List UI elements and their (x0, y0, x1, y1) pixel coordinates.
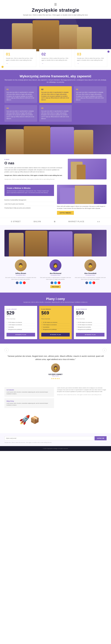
page-title: Zwycięskie strategie (0, 8, 111, 13)
team-fig-3 (50, 127, 74, 154)
webinar-box-text: Aenean accumsan in pellentesque massa pl… (7, 190, 52, 194)
plan-price-featured: $69 (41, 310, 70, 315)
bottom-left: Cel Szkoleń Lorem ipsum dolor sit amet, … (4, 387, 54, 430)
ts-fig-3 (49, 231, 72, 256)
bottom-box-2-text: Lorem ipsum dolor sit amet, consectetur … (6, 402, 52, 406)
testimonial-prev[interactable]: ‹ (4, 348, 8, 352)
member-text-2: Duis aute irure dolor in reprehenderit i… (39, 277, 72, 280)
purple-card-4[interactable]: 04 Duis aute irure dolor in reprehenderi… (4, 105, 37, 122)
card-2-arrow[interactable]: → (42, 62, 44, 65)
purple-card-2[interactable]: 02 Duis aute irure dolor in reprehenderi… (39, 86, 72, 103)
ts-fig-4 (74, 234, 92, 256)
footer: © 2024 Zwycięskie strategie. All rights … (0, 446, 111, 451)
bottom-right-text: Lorem sit amet, quis nostrud exercitatio… (57, 387, 106, 393)
member-role-1: Koordynator Biura (4, 274, 37, 276)
webinar-link-1[interactable]: Business Sustainability Management (4, 198, 54, 202)
about-bold[interactable]: Sample text. Click to select the text bo… (4, 174, 65, 176)
hero-person-4 (77, 27, 92, 51)
plan-feature-featured-3: 8 produktów (41, 326, 70, 328)
purple-card-3[interactable]: 03 Duis aute irure dolor in reprehenderi… (74, 86, 106, 103)
rocket-icon: 🚀 (19, 414, 30, 425)
read-more-button[interactable]: CZYTAJ WIĘCEJ (57, 211, 74, 215)
card-2-num: 02 (42, 52, 70, 56)
purple-grid: 01 Duis aute irure dolor in reprehenderi… (4, 86, 106, 122)
team-photo-section (0, 125, 111, 154)
member-name-2: Ann Richmond (39, 272, 72, 274)
plan-btn-featured[interactable]: WYBIERZ PLAN (41, 333, 70, 336)
card-3-arrow[interactable]: → (77, 62, 79, 65)
bottom-caption[interactable]: Sample text. Click to select the text bo… (57, 394, 106, 396)
team-section: 👨 Jeffrey Brown Koordynator Biura Duis a… (0, 226, 111, 292)
youtube-icon-1[interactable]: ▶ (23, 282, 26, 284)
webinar-link-2[interactable]: Learn how to grow your business (4, 202, 54, 206)
plan-desc-premium: Plany korporacje (76, 318, 104, 320)
purple-card-4-num: 04 (6, 107, 35, 109)
email-input[interactable] (4, 436, 94, 440)
plan-feature-premium-2: 10 GB miejsca na serwerze (76, 324, 104, 326)
bottom-illustration: 🚀 📦 (4, 410, 54, 430)
cta-button[interactable]: ZAPISZ SIĘ (94, 436, 106, 440)
plan-card-premium: PLAN PREMIUM $99 NA MC Plany korporacje … (74, 306, 106, 339)
purple-card-1[interactable]: 01 Duis aute irure dolor in reprehenderi… (4, 86, 37, 103)
box-icon: 📦 (30, 416, 39, 424)
testimonial-avatar: 👩 (51, 364, 60, 372)
youtube-icon-3[interactable]: ▶ (92, 282, 95, 284)
plan-tag-premium: PLAN PREMIUM (76, 308, 104, 310)
bottom-right: Lorem sit amet, quis nostrud exercitatio… (57, 387, 106, 430)
hamburger-icon[interactable]: ☰ (0, 3, 111, 6)
facebook-icon-2[interactable]: f (50, 282, 53, 284)
ts-fig-1 (9, 233, 24, 256)
plan-feature-basic-2: 1 GB miejsca na serwerze (6, 324, 35, 326)
about-img-person-2 (77, 164, 86, 180)
plan-btn-premium[interactable]: WYBIERZ PLAN (76, 333, 104, 336)
youtube-icon-2[interactable]: ▶ (58, 282, 60, 284)
cta-section: ZAPISZ SIĘ Sample text. Click to select … (0, 433, 111, 446)
plan-btn-basic[interactable]: WYBIERZ PLAN (6, 333, 35, 336)
webinar-right: Etiam velit velit sodales augue in dictu… (57, 185, 106, 215)
plan-desc-basic: Plany korporacje (6, 318, 35, 320)
card-2-text[interactable]: Sample text. Click to select the text bo… (42, 58, 70, 61)
about-text-1: Lorem sit amet, quis nostrud exercitatio… (4, 167, 65, 173)
purple-card-3-text: Duis aute irure dolor in reprehenderit i… (76, 92, 104, 101)
twitter-icon-3[interactable]: t (89, 282, 92, 284)
card-3-text[interactable]: Sample text. Click to select the text bo… (77, 58, 105, 61)
facebook-icon-3[interactable]: f (86, 282, 88, 284)
plan-feature-featured-1: 10 GB miejsca na serwerze (41, 321, 70, 324)
plan-price-premium: $99 (76, 310, 104, 315)
plan-feature-premium-4: Nieograniczone publikacje (76, 328, 104, 331)
purple-card-2-text: Duis aute irure dolor in reprehenderit i… (41, 92, 70, 101)
purple-card-1-text: Duis aute irure dolor in reprehenderit i… (6, 92, 35, 101)
webinar-link-3[interactable]: Practical tips to help you price your pr… (4, 206, 54, 210)
plan-card-basic: PLAN ŁÓDOWY $29 NA MC Plany korporacje 5… (4, 306, 37, 339)
card-3-num: 03 (77, 52, 105, 56)
purple-section-subtitle: Wprowadzić do listy strategii główne baz… (4, 79, 106, 83)
webinar-links: Business Sustainability Management Learn… (4, 198, 54, 210)
twitter-icon-2[interactable]: t (54, 282, 57, 284)
facebook-icon-1[interactable]: f (16, 282, 18, 284)
team-btn[interactable]: Nasz Zespół (50, 285, 61, 288)
about-title: O nas (4, 161, 65, 165)
about-right (68, 159, 106, 180)
purple-card-5-text: Duis aute irure dolor in reprehenderit i… (41, 110, 70, 120)
card-2: 02 Sample text. Click to select the text… (39, 49, 72, 67)
member-text-3: Duis aute irure dolor in reprehenderit i… (74, 277, 106, 280)
testimonial-next[interactable]: › (102, 348, 106, 352)
plan-feature-basic-1: 5 GB miejsca na serwerze (6, 321, 35, 324)
card-1: 01 Sample text. Click to select the text… (4, 49, 36, 67)
twitter-icon-1[interactable]: t (20, 282, 22, 284)
testimonial-nav: ‹ › (4, 348, 106, 352)
card-1-arrow[interactable]: → (6, 62, 8, 65)
wb-img-fig-2 (75, 186, 94, 204)
hero-image (0, 19, 111, 51)
member-card-1: 👨 Jeffrey Brown Koordynator Biura Duis a… (4, 260, 37, 288)
logo-5: ∧∧ (97, 220, 100, 222)
member-text-1: Duis aute irure dolor in reprehenderit i… (4, 277, 37, 280)
plan-card-featured: PLAN ŚREDNI $69 NA MC Plany korporacje 1… (39, 306, 72, 339)
testimonial-quote: "Aenean pulvinar dui ornare, feugiat lor… (4, 354, 106, 361)
member-card-2: 👩 Ann Richmond Koordynator Biura Duis au… (39, 260, 72, 288)
card-1-text[interactable]: Sample text. Click to select the text bo… (6, 58, 34, 61)
about-text-2[interactable]: Sample text. Click to select the text bo… (4, 178, 65, 180)
bottom-box-1: Cel Szkoleń Lorem ipsum dolor sit amet, … (4, 387, 54, 397)
team-members: 👨 Jeffrey Brown Koordynator Biura Duis a… (4, 260, 106, 288)
purple-card-5[interactable]: 05 Duis aute irure dolor in reprehenderi… (39, 105, 72, 122)
